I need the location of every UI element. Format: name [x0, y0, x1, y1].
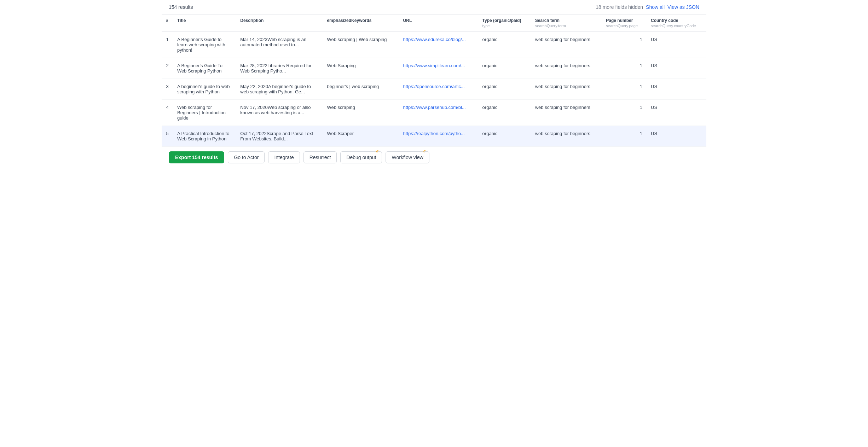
- debug-output-button[interactable]: α Debug output: [340, 151, 382, 163]
- col-header-url: URL: [399, 14, 478, 32]
- go-to-actor-button[interactable]: Go to Actor: [228, 151, 265, 163]
- cell-description: Nov 17, 2020Web scraping or also known a…: [236, 100, 323, 126]
- col-header-title: Title: [173, 14, 236, 32]
- workflow-view-button[interactable]: α Workflow view: [386, 151, 429, 163]
- cell-keywords: Web scraping: [323, 100, 399, 126]
- url-link[interactable]: https://www.parsehub.com/bl...: [403, 105, 466, 110]
- cell-search-term: web scraping for beginners: [531, 79, 602, 100]
- col-header-search-term: Search term searchQuery.term: [531, 14, 602, 32]
- col-header-country-code: Country code searchQuery.countryCode: [647, 14, 706, 32]
- table-container: # Title Description emphasizedKeywords U…: [162, 14, 706, 147]
- cell-type: organic: [478, 32, 531, 58]
- results-count: 154 results: [169, 4, 193, 10]
- cell-page-number: 1: [602, 100, 647, 126]
- cell-country-code: US: [647, 58, 706, 79]
- cell-title: A Beginner's Guide To Web Scraping Pytho…: [173, 58, 236, 79]
- cell-type: organic: [478, 126, 531, 147]
- header-bar: 154 results 18 more fields hidden Show a…: [162, 0, 706, 14]
- cell-url[interactable]: https://realpython.com/pytho...: [399, 126, 478, 147]
- cell-page-number: 1: [602, 79, 647, 100]
- cell-url[interactable]: https://www.simplilearn.com/...: [399, 58, 478, 79]
- cell-url[interactable]: https://www.edureka.co/blog/...: [399, 32, 478, 58]
- cell-search-term: web scraping for beginners: [531, 100, 602, 126]
- cell-url[interactable]: https://www.parsehub.com/bl...: [399, 100, 478, 126]
- cell-title: A beginner's guide to web scraping with …: [173, 79, 236, 100]
- url-link[interactable]: https://opensource.com/artic...: [403, 84, 465, 89]
- cell-keywords: Web Scraping: [323, 58, 399, 79]
- resurrect-button[interactable]: Resurrect: [303, 151, 337, 163]
- export-button[interactable]: Export 154 results: [169, 151, 224, 163]
- results-table: # Title Description emphasizedKeywords U…: [162, 14, 706, 147]
- cell-country-code: US: [647, 79, 706, 100]
- table-row: 4 Web scraping for Beginners | Introduct…: [162, 100, 706, 126]
- table-row: 3 A beginner's guide to web scraping wit…: [162, 79, 706, 100]
- cell-keywords: beginner's | web scraping: [323, 79, 399, 100]
- cell-num: 1: [162, 32, 173, 58]
- cell-keywords: Web Scraper: [323, 126, 399, 147]
- cell-search-term: web scraping for beginners: [531, 32, 602, 58]
- cell-country-code: US: [647, 126, 706, 147]
- url-link[interactable]: https://www.simplilearn.com/...: [403, 63, 465, 68]
- cell-url[interactable]: https://opensource.com/artic...: [399, 79, 478, 100]
- debug-alpha-badge: α: [376, 149, 378, 153]
- col-header-num: #: [162, 14, 173, 32]
- integrate-button[interactable]: Integrate: [268, 151, 300, 163]
- cell-page-number: 1: [602, 126, 647, 147]
- url-link[interactable]: https://realpython.com/pytho...: [403, 131, 465, 136]
- cell-description: May 22, 2020A beginner's guide to web sc…: [236, 79, 323, 100]
- cell-title: A Practical Introduction to Web Scraping…: [173, 126, 236, 147]
- cell-description: Mar 14, 2023Web scraping is an automated…: [236, 32, 323, 58]
- cell-type: organic: [478, 58, 531, 79]
- cell-description: Mar 28, 2022Libraries Required for Web S…: [236, 58, 323, 79]
- show-all-link[interactable]: Show all: [646, 4, 665, 10]
- header-right: 18 more fields hidden Show all View as J…: [596, 4, 699, 10]
- cell-type: organic: [478, 100, 531, 126]
- cell-country-code: US: [647, 32, 706, 58]
- cell-search-term: web scraping for beginners: [531, 58, 602, 79]
- footer-bar: Export 154 results Go to Actor Integrate…: [162, 147, 706, 168]
- cell-title: Web scraping for Beginners | Introductio…: [173, 100, 236, 126]
- table-row: 5 A Practical Introduction to Web Scrapi…: [162, 126, 706, 147]
- cell-title: A Beginner's Guide to learn web scraping…: [173, 32, 236, 58]
- table-row: 2 A Beginner's Guide To Web Scraping Pyt…: [162, 58, 706, 79]
- cell-type: organic: [478, 79, 531, 100]
- cell-page-number: 1: [602, 32, 647, 58]
- main-container: 154 results 18 more fields hidden Show a…: [162, 0, 706, 168]
- col-header-type: Type (organic/paid) type: [478, 14, 531, 32]
- cell-search-term: web scraping for beginners: [531, 126, 602, 147]
- cell-country-code: US: [647, 100, 706, 126]
- cell-num: 4: [162, 100, 173, 126]
- table-row: 1 A Beginner's Guide to learn web scrapi…: [162, 32, 706, 58]
- cell-description: Oct 17, 2022Scrape and Parse Text From W…: [236, 126, 323, 147]
- cell-num: 5: [162, 126, 173, 147]
- workflow-alpha-badge: α: [423, 149, 426, 153]
- url-link[interactable]: https://www.edureka.co/blog/...: [403, 37, 466, 42]
- cell-page-number: 1: [602, 58, 647, 79]
- cell-num: 3: [162, 79, 173, 100]
- table-header-row: # Title Description emphasizedKeywords U…: [162, 14, 706, 32]
- view-json-link[interactable]: View as JSON: [667, 4, 699, 10]
- cell-keywords: Web scraping | Web scraping: [323, 32, 399, 58]
- col-header-description: Description: [236, 14, 323, 32]
- col-header-page-number: Page number searchQuery.page: [602, 14, 647, 32]
- col-header-keywords: emphasizedKeywords: [323, 14, 399, 32]
- hidden-fields-label: 18 more fields hidden: [596, 4, 643, 10]
- cell-num: 2: [162, 58, 173, 79]
